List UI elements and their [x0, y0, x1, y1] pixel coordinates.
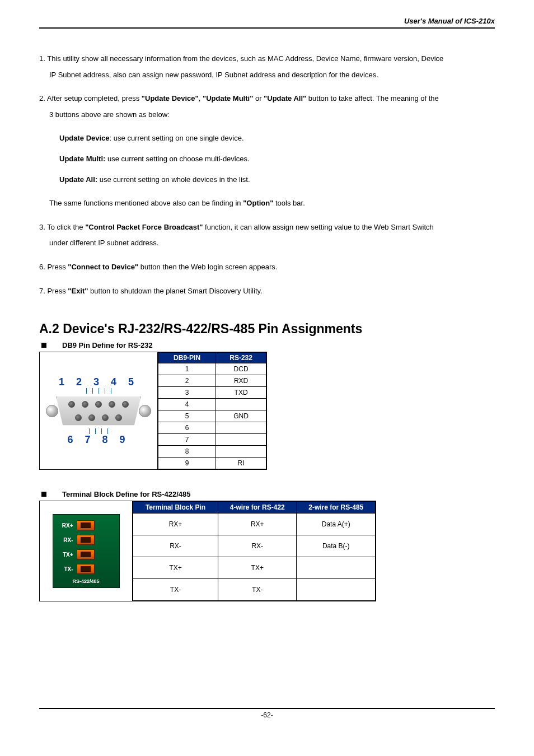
square-bullet-icon [41, 492, 46, 497]
terminal-block-drawing-cell: RX+ RX- TX+ TX- RS-422/485 [40, 501, 133, 601]
db9-cell: 5 [158, 410, 216, 422]
connector-shell [56, 395, 141, 427]
db9-table-container: 1 2 3 4 5 6 7 8 9 DB9-PIN RS-232 [39, 352, 267, 470]
db9-pin-table: DB9-PIN RS-232 1DCD 2RXD 3TXD 4 5GND 6 7… [158, 352, 266, 469]
terminal-block-pin-table: Terminal Block Pin 4-wire for RS-422 2-w… [133, 501, 376, 601]
tb-caption: RS-422/485 [59, 578, 114, 584]
db9-cell [216, 434, 266, 446]
um-text: use current setting on choose multi-devi… [105, 155, 249, 163]
p2-line2: 3 buttons above are shown as below: [49, 107, 170, 123]
p6a: 6. Press [39, 263, 68, 271]
terminal-hole-icon [77, 549, 95, 559]
db9-cell: 8 [158, 446, 216, 458]
tb-cell: TX- [218, 579, 297, 601]
running-header: User's Manual of ICS-210x [39, 17, 495, 25]
db9-cell: 6 [158, 422, 216, 434]
p3b: "Control Packet Force Broadcast" [85, 223, 203, 231]
db9-bot-ticks [48, 428, 149, 434]
para-7: 7. Press "Exit" button to shutdown the p… [39, 283, 495, 300]
screw-right-icon [139, 405, 151, 417]
p2c: , [199, 94, 203, 102]
para-2: 2. After setup completed, press "Update … [39, 91, 495, 123]
db9-cell [216, 422, 266, 434]
db9-connector-drawing: 1 2 3 4 5 6 7 8 9 [48, 376, 149, 446]
p2g: button to take affect. The meaning of th… [306, 94, 439, 102]
square-bullet-icon [41, 343, 46, 348]
tb-row: TX+ [59, 549, 114, 559]
tb-bullet-row: Terminal Block Define for RS-422/485 [39, 490, 495, 498]
db9-cell: GND [216, 410, 266, 422]
terminal-block-table-container: RX+ RX- TX+ TX- RS-422/485 Terminal Bloc… [39, 501, 376, 601]
pins-bottom [57, 414, 140, 421]
tb-cell: Data B(-) [297, 535, 376, 557]
same-functions-line: The same functions mentioned above also … [49, 195, 495, 212]
db9-bullet-row: DB9 Pin Define for RS-232 [39, 341, 495, 349]
tb-cell: TX+ [133, 557, 218, 579]
terminal-block-drawing: RX+ RX- TX+ TX- RS-422/485 [53, 514, 120, 588]
tb-rx-minus-label: RX- [59, 537, 73, 543]
db9-cell: 3 [158, 387, 216, 399]
db9-h2: RS-232 [216, 353, 266, 363]
p7a: 7. Press [39, 287, 68, 295]
update-all-line: Update All: use current setting on whole… [59, 172, 495, 188]
ud-text: : use current setting on one single devi… [110, 134, 244, 142]
header-rule [39, 27, 495, 29]
tb-h3: 2-wire for RS-485 [297, 502, 376, 514]
tb-cell: RX- [218, 535, 297, 557]
same-c: tools bar. [273, 199, 305, 207]
para-3: 3. To click the "Control Packet Force Br… [39, 220, 495, 251]
p2f: "Update All" [264, 94, 306, 102]
body-text: 1. This utility show all necessary infor… [39, 51, 495, 299]
db9-cell: 9 [158, 458, 216, 469]
tb-cell: Data A(+) [297, 514, 376, 535]
tb-cell: RX- [133, 535, 218, 557]
db9-cell: 1 [158, 363, 216, 375]
p3d: under different IP subnet address. [49, 235, 158, 251]
p2a: 2. After setup completed, press [39, 94, 142, 102]
section-a2-title: A.2 Device's RJ-232/RS-422/RS-485 Pin As… [39, 321, 495, 337]
tb-bullet-text: Terminal Block Define for RS-422/485 [62, 490, 191, 498]
update-multi-line: Update Multi: use current setting on cho… [59, 151, 495, 167]
tb-row: RX+ [59, 520, 114, 530]
p2d: "Update Multi" [203, 94, 253, 102]
terminal-hole-icon [77, 564, 95, 574]
p2e: or [253, 94, 264, 102]
tb-cell: TX- [133, 579, 218, 601]
p6c: button then the Web login screen appears… [138, 263, 277, 271]
ud-label: Update Device [59, 134, 110, 142]
update-device-line: Update Device: use current setting on on… [59, 130, 495, 147]
page-number: -62- [39, 709, 495, 719]
p6b: "Connect to Device" [68, 263, 138, 271]
db9-bot-numbers: 6 7 8 9 [48, 434, 149, 446]
terminal-hole-icon [77, 535, 95, 545]
db9-top-numbers: 1 2 3 4 5 [48, 376, 149, 388]
db9-cell [216, 399, 266, 410]
tb-cell: TX+ [218, 557, 297, 579]
p3c: function, it can allow assign new settin… [203, 223, 433, 231]
ua-text: use current setting on whole devices in … [97, 175, 250, 184]
screw-left-icon [46, 405, 58, 417]
db9-connector-cell: 1 2 3 4 5 6 7 8 9 [40, 352, 158, 469]
pins-top [57, 401, 140, 408]
db9-cell: TXD [216, 387, 266, 399]
para-1-line1: 1. This utility show all necessary infor… [39, 54, 443, 63]
p7b: "Exit" [68, 287, 88, 295]
same-a: The same functions mentioned above also … [49, 199, 243, 207]
db9-cell [216, 446, 266, 458]
db9-cell: DCD [216, 363, 266, 375]
tb-tx-minus-label: TX- [59, 566, 73, 572]
tb-cell: RX+ [133, 514, 218, 535]
p3a: 3. To click the [39, 223, 85, 231]
db9-cell: 2 [158, 375, 216, 387]
para-6: 6. Press "Connect to Device" button then… [39, 259, 495, 276]
db9-bullet-text: DB9 Pin Define for RS-232 [62, 341, 153, 349]
terminal-hole-icon [77, 520, 95, 530]
tb-h1: Terminal Block Pin [133, 502, 218, 514]
same-b: "Option" [243, 199, 273, 207]
db9-cell: RXD [216, 375, 266, 387]
p7c: button to shutdown the planet Smart Disc… [88, 287, 262, 295]
para-1-line2: IP Subnet address, also can assign new p… [49, 67, 378, 83]
db9-h1: DB9-PIN [158, 353, 216, 363]
tb-rx-plus-label: RX+ [59, 522, 73, 529]
para-1: 1. This utility show all necessary infor… [39, 51, 495, 83]
